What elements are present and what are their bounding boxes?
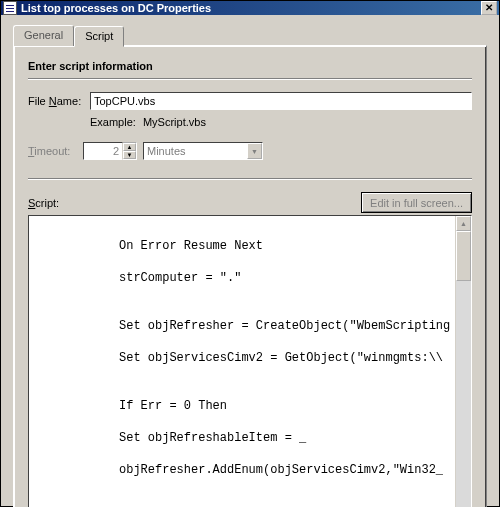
divider (28, 78, 472, 80)
scroll-thumb[interactable] (456, 231, 471, 281)
titlebar: List top processes on DC Properties ✕ (1, 1, 499, 15)
vertical-scrollbar[interactable]: ▲ ▼ (455, 216, 471, 507)
example-value: MyScript.vbs (143, 116, 206, 128)
chevron-down-icon[interactable]: ▼ (247, 143, 262, 159)
timeout-value[interactable] (83, 142, 123, 160)
timeout-spinner[interactable]: ▲ ▼ (83, 142, 137, 160)
timeout-unit-value: Minutes (147, 145, 186, 157)
example-label: Example: (90, 116, 136, 128)
spin-up-icon[interactable]: ▲ (123, 143, 136, 151)
filename-label: File Name: (28, 95, 90, 107)
dialog-body: General Script Enter script information … (1, 15, 499, 507)
filename-example: Example: MyScript.vbs (90, 116, 472, 128)
timeout-row: Timeout: ▲ ▼ Minutes ▼ (28, 142, 472, 160)
filename-row: File Name: (28, 92, 472, 110)
window-title: List top processes on DC Properties (21, 2, 481, 14)
script-textarea[interactable]: On Error Resume Next strComputer = "." S… (29, 216, 455, 507)
tab-script[interactable]: Script (74, 26, 124, 47)
script-header: Script: Edit in full screen... (28, 192, 472, 213)
tab-general[interactable]: General (13, 25, 74, 46)
script-editor[interactable]: On Error Resume Next strComputer = "." S… (28, 215, 472, 507)
timeout-unit-combo[interactable]: Minutes ▼ (143, 142, 263, 160)
edit-fullscreen-button[interactable]: Edit in full screen... (361, 192, 472, 213)
scroll-up-icon[interactable]: ▲ (456, 216, 471, 231)
tab-strip: General Script (13, 25, 487, 46)
scroll-track[interactable] (456, 231, 471, 507)
close-icon[interactable]: ✕ (481, 1, 497, 15)
timeout-label: Timeout: (28, 145, 83, 157)
spin-buttons: ▲ ▼ (123, 142, 137, 160)
spin-down-icon[interactable]: ▼ (123, 151, 136, 159)
filename-input[interactable] (90, 92, 472, 110)
script-label: Script: (28, 197, 59, 209)
section-title: Enter script information (28, 60, 472, 72)
tab-panel-script: Enter script information File Name: Exam… (13, 45, 487, 507)
divider (28, 178, 472, 180)
app-icon (3, 1, 17, 15)
properties-dialog: List top processes on DC Properties ✕ Ge… (0, 0, 500, 507)
